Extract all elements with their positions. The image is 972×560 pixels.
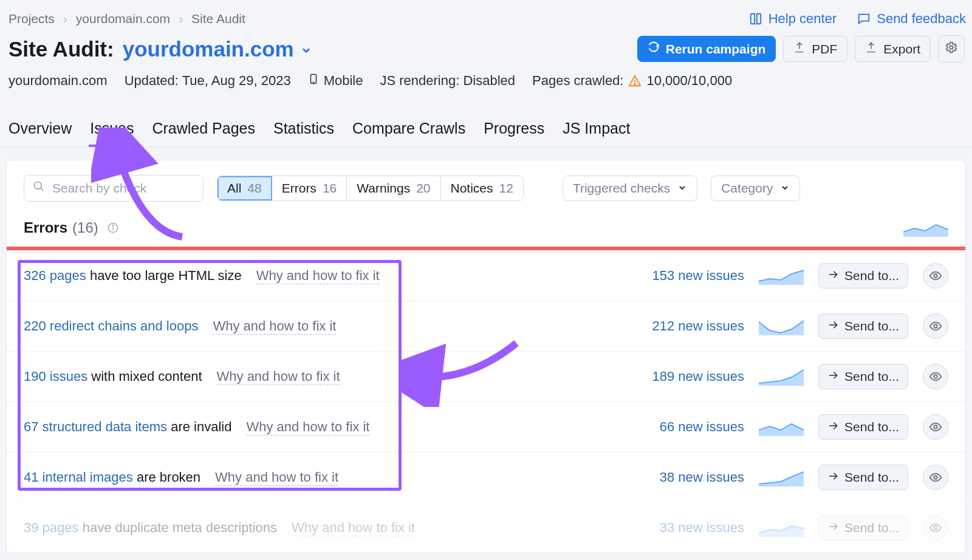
sparkline-icon bbox=[759, 317, 804, 335]
issue-link[interactable]: 41 internal images bbox=[24, 470, 133, 485]
hide-button[interactable] bbox=[923, 364, 948, 389]
tab-crawled-pages[interactable]: Crawled Pages bbox=[151, 120, 256, 147]
page-title-prefix: Site Audit: bbox=[9, 37, 114, 61]
hide-button[interactable] bbox=[923, 465, 948, 490]
rerun-campaign-button[interactable]: Rerun campaign bbox=[637, 36, 776, 62]
send-to-button[interactable]: Send to... bbox=[818, 414, 908, 440]
crumb-site-audit[interactable]: Site Audit bbox=[191, 12, 245, 26]
send-to-button[interactable]: Send to... bbox=[818, 263, 908, 289]
errors-heading: Errors (16) bbox=[24, 219, 119, 236]
sparkline-icon bbox=[759, 418, 804, 436]
new-issues-link[interactable]: 66 new issues bbox=[660, 419, 744, 435]
issue-link[interactable]: 220 redirect chains and loops bbox=[24, 318, 198, 333]
why-and-how-link[interactable]: Why and how to fix it bbox=[215, 470, 338, 486]
tab-overview[interactable]: Overview bbox=[7, 120, 73, 147]
tab-compare-crawls[interactable]: Compare Crawls bbox=[351, 120, 467, 147]
send-to-label: Send to... bbox=[844, 268, 899, 283]
chevron-down-icon bbox=[677, 181, 687, 196]
filter-all-count: 48 bbox=[247, 181, 261, 196]
filter-errors-label: Errors bbox=[282, 181, 317, 196]
tab-issues[interactable]: Issues bbox=[89, 120, 135, 147]
why-and-how-link[interactable]: Why and how to fix it bbox=[292, 520, 415, 536]
send-to-button[interactable]: Send to... bbox=[818, 313, 908, 339]
send-to-button[interactable]: Send to... bbox=[818, 465, 908, 490]
filter-notices[interactable]: Notices 12 bbox=[441, 176, 523, 200]
issue-row: 326 pages have too large HTML size Why a… bbox=[7, 250, 965, 301]
meta-domain: yourdomain.com bbox=[9, 73, 108, 89]
hide-button[interactable] bbox=[923, 263, 948, 289]
book-icon bbox=[749, 12, 762, 26]
filter-errors[interactable]: Errors 16 bbox=[272, 176, 347, 200]
tab-statistics[interactable]: Statistics bbox=[272, 120, 335, 147]
filter-all-label: All bbox=[227, 181, 241, 196]
filter-warnings-count: 20 bbox=[416, 181, 430, 196]
new-issues-link[interactable]: 38 new issues bbox=[660, 470, 744, 485]
filter-warnings[interactable]: Warnings 20 bbox=[347, 176, 440, 200]
project-selector[interactable]: yourdomain.com bbox=[123, 37, 312, 61]
pdf-button[interactable]: PDF bbox=[783, 36, 847, 62]
sparkline-icon bbox=[759, 367, 804, 386]
hide-button[interactable] bbox=[923, 414, 948, 440]
settings-button[interactable] bbox=[938, 35, 965, 63]
why-and-how-link[interactable]: Why and how to fix it bbox=[246, 419, 369, 435]
export-button[interactable]: Export bbox=[855, 36, 931, 62]
search-input[interactable] bbox=[51, 180, 213, 196]
share-icon bbox=[827, 319, 838, 333]
errors-heading-count: (16) bbox=[72, 219, 98, 236]
filter-notices-count: 12 bbox=[499, 181, 513, 196]
meta-crawled-value: 10,000/10,000 bbox=[646, 73, 732, 89]
triggered-checks-dropdown[interactable]: Triggered checks bbox=[563, 176, 697, 201]
filter-all[interactable]: All 48 bbox=[217, 176, 272, 200]
hide-button[interactable] bbox=[923, 515, 948, 541]
why-and-how-link[interactable]: Why and how to fix it bbox=[256, 268, 380, 284]
page-title: Site Audit: yourdomain.com bbox=[9, 37, 312, 61]
share-icon bbox=[827, 369, 838, 384]
sparkline-icon bbox=[759, 468, 804, 487]
issue-row: 190 issues with mixed content Why and ho… bbox=[7, 351, 965, 401]
svg-line-6 bbox=[41, 188, 44, 191]
meta-crawled: Pages crawled: 10,000/10,000 bbox=[532, 73, 732, 89]
send-feedback-link[interactable]: Send feedback bbox=[857, 11, 966, 27]
chevron-right-icon: › bbox=[63, 12, 67, 26]
search-input-wrap[interactable] bbox=[24, 175, 204, 202]
sparkline-icon bbox=[759, 267, 804, 285]
category-dropdown[interactable]: Category bbox=[711, 176, 800, 201]
rerun-campaign-label: Rerun campaign bbox=[666, 42, 766, 56]
tab-progress[interactable]: Progress bbox=[482, 120, 546, 147]
issues-panel: All 48 Errors 16 Warnings 20 Notices 12 … bbox=[6, 160, 966, 553]
upload-icon bbox=[865, 41, 877, 56]
triggered-checks-label: Triggered checks bbox=[573, 181, 670, 196]
crumb-domain[interactable]: yourdomain.com bbox=[76, 12, 170, 26]
new-issues-link[interactable]: 212 new issues bbox=[652, 318, 744, 334]
send-to-label: Send to... bbox=[844, 319, 899, 333]
issue-text: have duplicate meta descriptions bbox=[83, 520, 277, 535]
new-issues-link[interactable]: 153 new issues bbox=[652, 268, 744, 284]
send-to-button[interactable]: Send to... bbox=[818, 364, 908, 389]
send-to-label: Send to... bbox=[844, 521, 899, 535]
svg-point-11 bbox=[934, 324, 937, 328]
share-icon bbox=[827, 521, 838, 535]
issue-row: 41 internal images are broken Why and ho… bbox=[7, 452, 965, 502]
why-and-how-link[interactable]: Why and how to fix it bbox=[217, 369, 340, 385]
info-icon[interactable] bbox=[107, 222, 119, 234]
issue-link[interactable]: 39 pages bbox=[24, 520, 79, 535]
meta-crawled-label: Pages crawled: bbox=[532, 73, 623, 89]
issue-link[interactable]: 190 issues bbox=[24, 369, 87, 384]
filter-notices-label: Notices bbox=[451, 181, 493, 196]
sparkline-icon bbox=[903, 219, 948, 237]
share-icon bbox=[827, 470, 838, 485]
new-issues-link[interactable]: 189 new issues bbox=[652, 369, 744, 384]
svg-point-13 bbox=[934, 425, 937, 429]
help-center-link[interactable]: Help center bbox=[749, 11, 837, 27]
new-issues-link[interactable]: 33 new issues bbox=[660, 520, 744, 536]
crumb-projects[interactable]: Projects bbox=[9, 12, 55, 26]
refresh-icon bbox=[648, 41, 660, 56]
send-to-label: Send to... bbox=[844, 420, 899, 434]
why-and-how-link[interactable]: Why and how to fix it bbox=[213, 318, 336, 335]
send-to-button[interactable]: Send to... bbox=[818, 515, 908, 541]
issue-link[interactable]: 67 structured data items bbox=[24, 419, 167, 434]
issue-link[interactable]: 326 pages bbox=[24, 268, 86, 283]
hide-button[interactable] bbox=[923, 313, 948, 339]
tab-js-impact[interactable]: JS Impact bbox=[561, 120, 631, 147]
severity-filter: All 48 Errors 16 Warnings 20 Notices 12 bbox=[217, 176, 524, 201]
